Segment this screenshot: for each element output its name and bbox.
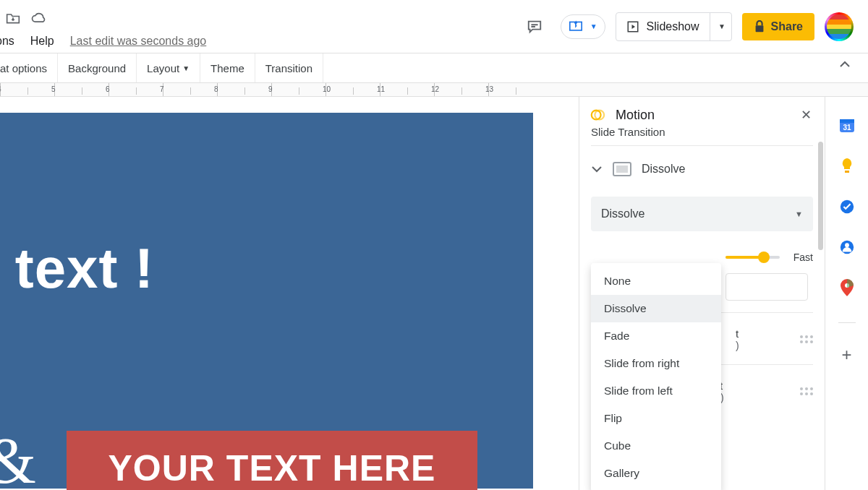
main-area: ur text ! & YOUR TEXT HERE Motion ✕ Slid… — [0, 97, 868, 490]
side-rail: 31 + — [825, 97, 868, 490]
motion-panel-title: Motion — [616, 108, 655, 123]
menu-addons[interactable]: ons — [0, 35, 14, 48]
comments-icon[interactable] — [519, 14, 550, 40]
rail-divider — [838, 322, 856, 323]
dropdown-option-slide-left[interactable]: Slide from left — [591, 377, 721, 405]
transition-type-label: Dissolve — [642, 163, 685, 176]
slider-thumb[interactable] — [758, 252, 770, 263]
share-button[interactable]: Share — [742, 13, 814, 40]
header-bar: ons Help Last edit was seconds ago ▼ Sli… — [0, 0, 868, 53]
dropdown-option-cube[interactable]: Cube — [591, 432, 721, 460]
dropdown-selected-label: Dissolve — [601, 207, 644, 220]
svg-point-11 — [845, 243, 849, 247]
add-addon-icon[interactable]: + — [838, 346, 856, 364]
present-dropdown[interactable]: ▼ — [561, 14, 605, 39]
background-button[interactable]: Background — [58, 53, 137, 82]
account-avatar[interactable] — [825, 12, 854, 41]
cloud-saved-icon[interactable] — [30, 12, 46, 24]
collapse-toolbar-icon[interactable] — [839, 59, 851, 69]
move-to-folder-icon[interactable] — [6, 12, 20, 25]
lock-icon — [754, 20, 765, 33]
dropdown-option-none[interactable]: None — [591, 267, 721, 295]
transition-expand-row[interactable]: Dissolve — [591, 146, 813, 192]
slide-title-text[interactable]: ur text ! — [0, 236, 154, 301]
chevron-down-icon — [591, 165, 603, 173]
close-panel-icon[interactable]: ✕ — [801, 107, 812, 123]
dropdown-option-gallery[interactable]: Gallery — [591, 460, 721, 487]
motion-icon — [590, 107, 605, 123]
transition-dropdown[interactable]: Dissolve ▼ — [591, 197, 813, 231]
chevron-down-icon: ▼ — [795, 210, 803, 218]
play-box-icon — [626, 20, 639, 33]
tasks-icon[interactable] — [838, 198, 856, 215]
slideshow-button-group: Slideshow ▼ — [616, 12, 732, 41]
chevron-down-icon: ▼ — [718, 22, 726, 30]
dropdown-option-slide-right[interactable]: Slide from right — [591, 350, 721, 377]
animation-sublabel: ) — [736, 340, 739, 351]
speed-fast-label: Fast — [787, 252, 813, 263]
animation-label: t — [736, 327, 739, 340]
svg-rect-2 — [755, 25, 763, 32]
section-slide-transition: Slide Transition — [591, 123, 813, 146]
svg-rect-8 — [845, 171, 849, 173]
slide: ur text ! & YOUR TEXT HERE — [0, 113, 533, 489]
slide-badge-text[interactable]: YOUR TEXT HERE — [67, 431, 477, 490]
chevron-down-icon: ▼ — [182, 64, 190, 72]
slide-thumbnail-icon — [613, 162, 631, 176]
maps-icon[interactable] — [838, 279, 856, 296]
slideshow-button[interactable]: Slideshow — [616, 13, 710, 40]
drag-handle-icon[interactable] — [800, 335, 813, 343]
calendar-icon[interactable]: 31 — [838, 117, 856, 134]
format-options-button[interactable]: at options — [0, 53, 58, 82]
present-caret-icon: ▼ — [590, 22, 597, 30]
dropdown-option-flip[interactable]: Flip — [591, 405, 721, 432]
slide-canvas[interactable]: ur text ! & YOUR TEXT HERE — [0, 97, 579, 490]
transition-dropdown-menu: None Dissolve Fade Slide from right Slid… — [591, 263, 721, 490]
header-left: ons Help Last edit was seconds ago — [0, 6, 206, 48]
layout-button[interactable]: Layout▼ — [137, 53, 200, 82]
dropdown-option-dissolve[interactable]: Dissolve — [591, 295, 721, 322]
format-toolbar: at options Background Layout▼ Theme Tran… — [0, 53, 868, 82]
keep-icon[interactable] — [838, 158, 856, 175]
svg-text:31: 31 — [843, 124, 851, 132]
slideshow-dropdown[interactable]: ▼ — [710, 13, 731, 40]
panel-scrollbar[interactable] — [818, 142, 823, 250]
last-edit-link[interactable]: Last edit was seconds ago — [70, 35, 207, 48]
menu-help[interactable]: Help — [30, 35, 54, 48]
share-label: Share — [771, 20, 803, 33]
slideshow-label: Slideshow — [647, 20, 699, 33]
motion-panel: Motion ✕ Slide Transition Dissolve Disso… — [579, 97, 825, 490]
dropdown-option-fade[interactable]: Fade — [591, 322, 721, 350]
svg-rect-6 — [840, 119, 854, 123]
transition-button[interactable]: Transition — [255, 53, 323, 82]
contacts-icon[interactable] — [838, 238, 856, 256]
apply-button-placeholder[interactable] — [726, 273, 808, 301]
drag-handle-icon[interactable] — [800, 387, 813, 395]
horizontal-ruler: 4 5 6 7 8 9 10 11 12 13 — [0, 82, 868, 97]
header-right: ▼ Slideshow ▼ Share — [519, 12, 854, 41]
speed-slider[interactable] — [726, 256, 780, 259]
theme-button[interactable]: Theme — [200, 53, 255, 82]
slide-ampersand[interactable]: & — [0, 424, 36, 490]
